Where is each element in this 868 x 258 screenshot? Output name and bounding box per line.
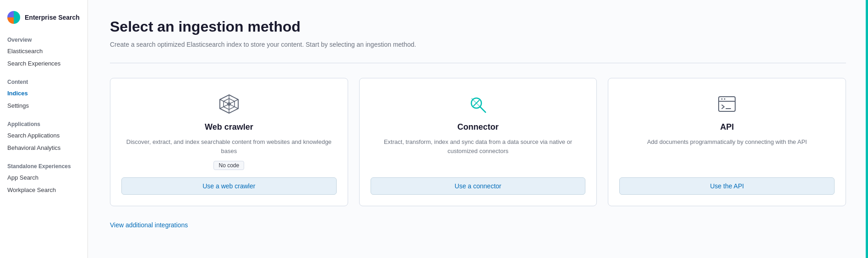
app-logo[interactable]: Enterprise Search [0,7,87,31]
connector-description: Extract, transform, index and sync data … [371,137,586,172]
svg-point-14 [724,99,726,100]
view-integrations-link[interactable]: View additional integrations [110,221,188,229]
web-crawler-description: Discover, extract, and index searchable … [121,137,337,155]
webcrawler-icon [218,93,240,115]
api-icon [716,93,738,115]
sidebar-item-search-experiences[interactable]: Search Experiences [0,57,87,70]
connector-icon [467,93,489,115]
sidebar-section-applications: Applications Search Applications Behavio… [0,115,87,154]
main-content: Select an ingestion method Create a sear… [88,0,868,258]
right-accent [866,0,868,258]
use-api-button[interactable]: Use the API [619,177,835,195]
page-subtitle: Create a search optimized Elasticsearch … [110,41,846,48]
sidebar-item-elasticsearch[interactable]: Elasticsearch [0,45,87,57]
api-card: API Add documents programmatically by co… [608,78,846,206]
logo-icon [7,11,20,24]
use-web-crawler-button[interactable]: Use a web crawler [121,177,337,195]
sidebar-section-overview: Overview Elasticsearch Search Experience… [0,31,87,70]
no-code-badge: No code [213,161,244,170]
standalone-section-label: Standalone Experiences [0,158,87,171]
svg-rect-10 [719,97,735,111]
connector-card: Connector Extract, transform, index and … [359,78,597,206]
content-section-label: Content [0,73,87,87]
overview-section-label: Overview [0,31,87,45]
page-title: Select an ingestion method [110,18,846,35]
sidebar-item-settings[interactable]: Settings [0,99,87,112]
sidebar-item-search-applications[interactable]: Search Applications [0,129,87,142]
sidebar-item-workplace-search[interactable]: Workplace Search [0,184,87,196]
web-crawler-title: Web crawler [205,122,253,132]
sidebar: Enterprise Search Overview Elasticsearch… [0,0,88,258]
divider [110,63,846,63]
sidebar-section-content: Content Indices Settings [0,73,87,112]
svg-point-13 [721,99,723,100]
sidebar-item-app-search[interactable]: App Search [0,171,87,184]
ingestion-cards: Web crawler Discover, extract, and index… [110,78,846,206]
api-title: API [720,122,734,132]
sidebar-section-standalone: Standalone Experiences App Search Workpl… [0,158,87,196]
applications-section-label: Applications [0,115,87,129]
api-description: Add documents programmatically by connec… [647,137,807,172]
connector-title: Connector [458,122,499,132]
use-connector-button[interactable]: Use a connector [371,177,586,195]
web-crawler-card: Web crawler Discover, extract, and index… [110,78,348,206]
sidebar-item-behavioral-analytics[interactable]: Behavioral Analytics [0,142,87,154]
app-title: Enterprise Search [25,14,80,21]
sidebar-item-indices[interactable]: Indices [0,87,87,99]
